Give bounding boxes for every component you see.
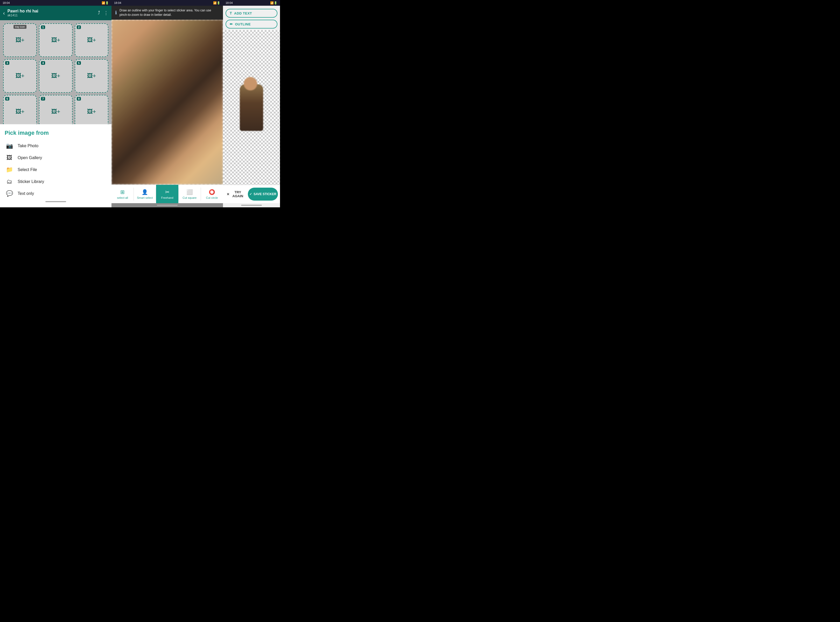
- slot-number-1: 1: [41, 25, 45, 29]
- preview-area: [223, 30, 280, 185]
- sticker-slot-4[interactable]: 4 🖼+: [39, 59, 73, 93]
- add-image-icon-1: 🖼+: [51, 37, 60, 44]
- sticker-slot-1[interactable]: 1 🖼+: [39, 23, 73, 57]
- add-image-icon-3: 🖼+: [15, 73, 24, 79]
- info-icon: ℹ: [115, 10, 117, 15]
- text-only-option[interactable]: 💬 Text only: [5, 188, 107, 200]
- status-icons-middle: 📶🔋: [213, 1, 220, 5]
- outline-label: OUTLINE: [235, 22, 251, 26]
- add-image-icon-tray: 🖼+: [15, 37, 24, 44]
- cut-square-button[interactable]: ⬜ Cut square: [179, 185, 201, 203]
- right-panel: 18:04 📶🔋 T ADD TEXT ✏ OUTLINE ✕ TRY AGAI…: [223, 0, 280, 207]
- select-file-label: Select File: [18, 168, 37, 172]
- select-all-label: select all: [117, 196, 128, 199]
- add-text-label: ADD TEXT: [234, 11, 252, 15]
- sticker-grid: tray icon 🖼+ 1 🖼+ 2 🖼+ 3 🖼+ 4 🖼+ 5 🖼+ 6 …: [0, 20, 111, 124]
- cut-square-icon: ⬜: [186, 189, 193, 195]
- sticker-slot-3[interactable]: 3 🖼+: [3, 59, 37, 93]
- sticker-library-label: Sticker Library: [18, 179, 44, 184]
- slot-number-2: 2: [77, 25, 81, 29]
- right-top-buttons: T ADD TEXT ✏ OUTLINE: [223, 6, 280, 30]
- cut-circle-icon: ⭕: [209, 189, 215, 195]
- add-image-icon-5: 🖼+: [87, 73, 96, 79]
- save-sticker-label: SAVE STICKER: [254, 192, 276, 196]
- take-photo-option[interactable]: 📷 Take Photo: [5, 140, 107, 152]
- add-image-icon-6: 🖼+: [15, 108, 24, 115]
- smart-select-button[interactable]: 👤 Smart select: [134, 185, 156, 203]
- pick-image-title: Pick image from: [5, 130, 107, 136]
- smart-select-label: Smart select: [137, 196, 153, 199]
- try-again-label: TRY AGAIN: [231, 190, 245, 198]
- text-only-label: Text only: [18, 191, 34, 196]
- gallery-icon: 🖼: [6, 154, 13, 161]
- chat-header: ‹ Pawri ho rhi hai ak1411 ⤴ ⋮: [0, 6, 111, 20]
- select-all-button[interactable]: ⊞ select all: [111, 185, 133, 203]
- close-icon: ✕: [227, 192, 229, 196]
- open-gallery-label: Open Gallery: [18, 156, 42, 160]
- status-icons-right: 📶🔋: [270, 1, 277, 5]
- add-image-icon-8: 🖼+: [87, 108, 96, 115]
- sticker-slot-8[interactable]: 8 🖼+: [75, 95, 108, 124]
- freehand-label: Freehand: [161, 196, 173, 199]
- smart-select-icon: 👤: [142, 189, 148, 195]
- status-bar-right: 18:04 📶🔋: [223, 0, 280, 6]
- slot-number-6: 6: [5, 97, 9, 101]
- chat-subtitle: ak1411: [8, 14, 95, 17]
- slot-number-3: 3: [5, 61, 9, 65]
- status-time-middle: 18:04: [114, 1, 121, 5]
- blurred-photo: [111, 20, 223, 184]
- cut-circle-button[interactable]: ⭕ Cut circle: [201, 185, 223, 203]
- header-icons: ⤴ ⋮: [98, 10, 108, 16]
- cut-square-label: Cut square: [183, 196, 197, 199]
- add-image-icon-7: 🖼+: [51, 108, 60, 115]
- sticker-preview: [240, 84, 263, 131]
- back-button[interactable]: ‹: [3, 10, 5, 16]
- tray-slot[interactable]: tray icon 🖼+: [3, 23, 37, 57]
- outline-button[interactable]: ✏ OUTLINE: [226, 20, 277, 29]
- try-again-button[interactable]: ✕ TRY AGAIN: [225, 188, 246, 201]
- freehand-icon: ✂: [165, 189, 170, 195]
- add-image-icon-4: 🖼+: [51, 73, 60, 79]
- open-gallery-option[interactable]: 🖼 Open Gallery: [5, 152, 107, 164]
- add-text-button[interactable]: T ADD TEXT: [226, 9, 277, 18]
- file-icon: 📁: [6, 166, 13, 173]
- save-sticker-button[interactable]: ✓ SAVE STICKER: [248, 188, 278, 201]
- text-only-icon: 💬: [6, 190, 13, 197]
- chat-info: Pawri ho rhi hai ak1411: [8, 9, 95, 17]
- slot-number-4: 4: [41, 61, 45, 65]
- sticker-slot-2[interactable]: 2 🖼+: [75, 23, 108, 57]
- status-icons-left: 📶🔋: [102, 1, 109, 5]
- select-all-icon: ⊞: [120, 189, 125, 195]
- select-file-option[interactable]: 📁 Select File: [5, 164, 107, 176]
- home-bar-right: [241, 205, 262, 206]
- sticker-library-option[interactable]: 🗂 Sticker Library: [5, 176, 107, 188]
- freehand-button[interactable]: ✂ Freehand: [156, 185, 178, 203]
- cut-circle-label: Cut circle: [206, 196, 218, 199]
- pencil-icon: ✏: [230, 22, 233, 26]
- menu-icon[interactable]: ⋮: [104, 10, 108, 16]
- home-bar-left: [45, 201, 66, 202]
- right-bottom-actions: ✕ TRY AGAIN ✓ SAVE STICKER: [223, 185, 280, 203]
- pick-image-sheet: Pick image from 📷 Take Photo 🖼 Open Gall…: [0, 124, 111, 207]
- status-time-left: 18:04: [3, 1, 10, 5]
- tray-label: tray icon: [14, 25, 26, 29]
- middle-panel: 18:04 📶🔋 ℹ Draw an outline with your fin…: [111, 0, 223, 207]
- sticker-slot-7[interactable]: 7 🖼+: [39, 95, 73, 124]
- slot-number-8: 8: [77, 97, 81, 101]
- slot-number-5: 5: [77, 61, 81, 65]
- status-time-right: 18:04: [226, 1, 233, 5]
- share-icon[interactable]: ⤴: [98, 10, 100, 16]
- sticker-slot-6[interactable]: 6 🖼+: [3, 95, 37, 124]
- check-icon: ✓: [249, 192, 252, 196]
- preview-checkered: [223, 30, 280, 185]
- sticker-library-icon: 🗂: [6, 178, 13, 185]
- photo-area[interactable]: [111, 20, 223, 184]
- slot-number-7: 7: [41, 97, 45, 101]
- sticker-slot-5[interactable]: 5 🖼+: [75, 59, 108, 93]
- camera-icon: 📷: [6, 143, 13, 149]
- home-bar-middle: [157, 205, 177, 206]
- chat-name: Pawri ho rhi hai: [8, 9, 95, 14]
- info-text: Draw an outline with your finger to sele…: [119, 8, 219, 17]
- left-panel: 18:04 📶🔋 ‹ Pawri ho rhi hai ak1411 ⤴ ⋮ t…: [0, 0, 111, 207]
- add-image-icon-2: 🖼+: [87, 37, 96, 44]
